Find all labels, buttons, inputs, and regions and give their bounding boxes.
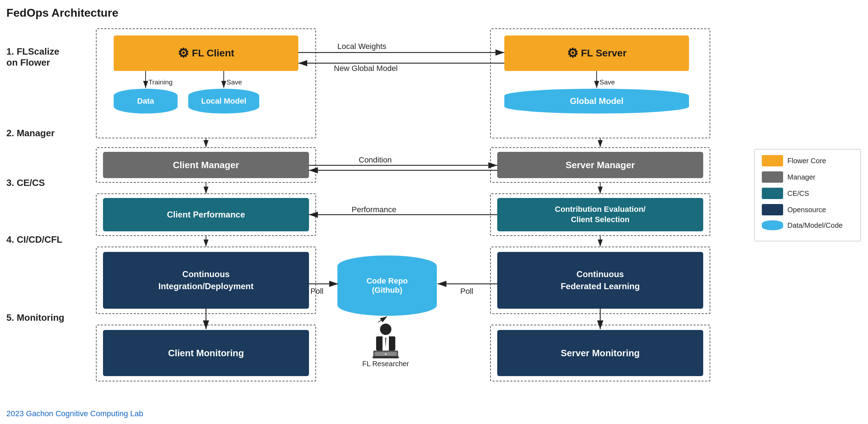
fl-server-box: ⚙ FL Server — [504, 35, 689, 71]
client-monitoring-box: Client Monitoring — [103, 330, 309, 376]
gear-icon-client: ⚙ — [178, 46, 189, 61]
legend-color-flower — [762, 155, 783, 166]
svg-text:Local Weights: Local Weights — [337, 42, 386, 51]
page-title: FedOps Architecture — [6, 6, 118, 20]
cfl-label: ContinuousFederated Learning — [561, 268, 640, 292]
gear-icon-server: ⚙ — [567, 46, 578, 61]
svg-rect-7 — [373, 356, 399, 358]
svg-text:Poll: Poll — [460, 287, 473, 296]
svg-text:Condition: Condition — [359, 155, 392, 164]
svg-line-31 — [378, 316, 387, 322]
ce-cs-box: Contribution Evaluation/Client Selection — [497, 198, 703, 231]
label-ce-cs: 3. CE/CS — [6, 177, 45, 188]
local-model-label: Local Model — [201, 97, 246, 106]
legend-label-data: Data/Model/Code — [787, 221, 843, 230]
label-ci-cd-cfl: 4. CI/CD/CFL — [6, 234, 62, 245]
code-repo-label: Code Repo(Github) — [367, 276, 408, 295]
fl-researcher: FL Researcher — [362, 323, 409, 368]
label-manager: 2. Manager — [6, 128, 55, 139]
svg-point-0 — [380, 324, 391, 335]
cfl-box: ContinuousFederated Learning — [497, 252, 703, 309]
legend-color-manager — [762, 171, 783, 183]
legend-color-ce-cs — [762, 188, 783, 199]
global-model-cylinder: Global Model — [504, 89, 689, 114]
legend-color-opensource — [762, 204, 783, 215]
fl-server-label: FL Server — [581, 48, 627, 59]
legend-label-manager: Manager — [787, 173, 815, 181]
legend-flower-core: Flower Core — [762, 155, 853, 166]
fl-client-label: FL Client — [192, 48, 234, 59]
client-monitoring-label: Client Monitoring — [168, 348, 244, 359]
svg-point-6 — [385, 353, 386, 355]
legend-opensource: Opensource — [762, 204, 853, 215]
local-model-cylinder: Local Model — [188, 89, 259, 114]
researcher-icon — [370, 323, 402, 358]
svg-text:Performance: Performance — [352, 205, 396, 214]
client-manager-label: Client Manager — [173, 160, 239, 171]
label-flscalize: 1. FLScalize on Flower — [6, 46, 59, 68]
legend-cylinder-data — [762, 220, 783, 230]
ci-cd-box: ContinuousIntegration/Deployment — [103, 252, 309, 309]
fl-client-box: ⚙ FL Client — [114, 35, 298, 71]
footer-text: 2023 Gachon Cognitive Computing Lab — [6, 409, 143, 418]
researcher-label: FL Researcher — [362, 360, 409, 368]
client-performance-label: Client Performance — [167, 210, 245, 220]
server-monitoring-label: Server Monitoring — [561, 348, 640, 359]
legend-label-flower: Flower Core — [787, 157, 826, 165]
legend-label-opensource: Opensource — [787, 206, 826, 214]
code-repo-cylinder: Code Repo(Github) — [337, 255, 437, 316]
server-manager-box: Server Manager — [497, 152, 703, 178]
global-model-label: Global Model — [570, 96, 624, 106]
svg-text:New Global Model: New Global Model — [334, 64, 398, 73]
data-cylinder: Data — [114, 89, 178, 114]
data-label: Data — [137, 97, 154, 106]
legend: Flower Core Manager CE/CS Opensource Dat… — [754, 149, 861, 241]
legend-label-ce-cs: CE/CS — [787, 189, 809, 198]
server-manager-label: Server Manager — [565, 160, 635, 171]
client-performance-box: Client Performance — [103, 198, 309, 231]
legend-ce-cs: CE/CS — [762, 188, 853, 199]
label-monitoring: 5. Monitoring — [6, 312, 64, 323]
legend-manager: Manager — [762, 171, 853, 183]
client-manager-box: Client Manager — [103, 152, 309, 178]
legend-data-model-code: Data/Model/Code — [762, 220, 853, 230]
ce-cs-label: Contribution Evaluation/Client Selection — [555, 204, 645, 225]
server-monitoring-box: Server Monitoring — [497, 330, 703, 376]
ci-cd-label: ContinuousIntegration/Deployment — [158, 268, 254, 292]
